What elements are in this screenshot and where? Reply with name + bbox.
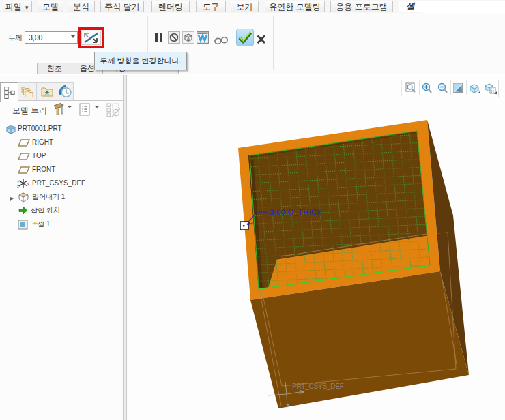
svg-text:z: z bbox=[286, 402, 289, 410]
svg-text:3.00 O_THICK: 3.00 O_THICK bbox=[270, 208, 322, 216]
svg-text:z: z bbox=[17, 184, 19, 188]
svg-text:PRT_CSYS_DEF: PRT_CSYS_DEF bbox=[292, 382, 344, 390]
svg-text:y: y bbox=[17, 179, 19, 183]
svg-text:x: x bbox=[27, 182, 29, 186]
